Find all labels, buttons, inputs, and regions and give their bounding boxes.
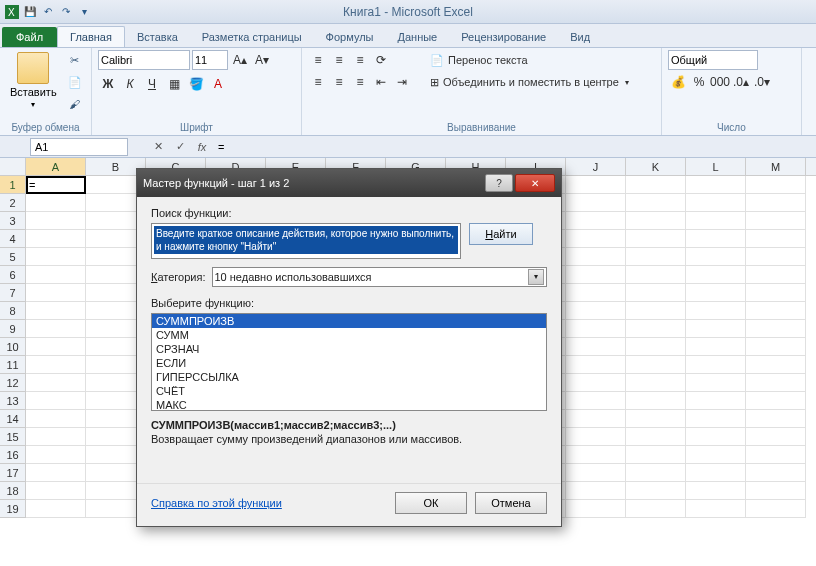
function-list-item[interactable]: СРЗНАЧ — [152, 342, 546, 356]
cell[interactable] — [686, 248, 746, 266]
row-header[interactable]: 2 — [0, 194, 25, 212]
cell[interactable] — [626, 302, 686, 320]
category-select[interactable]: 10 недавно использовавшихся ▾ — [212, 267, 548, 287]
cell[interactable] — [686, 392, 746, 410]
column-header[interactable]: A — [26, 158, 86, 175]
percent-icon[interactable]: % — [689, 72, 709, 92]
cell[interactable] — [686, 320, 746, 338]
cell[interactable] — [746, 392, 806, 410]
underline-button[interactable]: Ч — [142, 74, 162, 94]
cell[interactable] — [566, 212, 626, 230]
dialog-titlebar[interactable]: Мастер функций - шаг 1 из 2 ? ✕ — [137, 169, 561, 197]
cell[interactable] — [746, 284, 806, 302]
cell[interactable] — [746, 446, 806, 464]
cell[interactable] — [26, 266, 86, 284]
formula-input[interactable] — [212, 138, 816, 156]
cell[interactable] — [746, 212, 806, 230]
cell[interactable] — [26, 230, 86, 248]
cell[interactable] — [626, 266, 686, 284]
function-help-link[interactable]: Справка по этой функции — [151, 497, 282, 509]
cell[interactable] — [746, 428, 806, 446]
cell[interactable] — [686, 284, 746, 302]
cell[interactable] — [566, 428, 626, 446]
cell[interactable] — [686, 410, 746, 428]
cell[interactable] — [746, 302, 806, 320]
row-header[interactable]: 12 — [0, 374, 25, 392]
row-header[interactable]: 13 — [0, 392, 25, 410]
tab-review[interactable]: Рецензирование — [449, 27, 558, 47]
cell[interactable] — [26, 194, 86, 212]
cell[interactable] — [26, 464, 86, 482]
cell[interactable] — [626, 230, 686, 248]
row-header[interactable]: 19 — [0, 500, 25, 518]
number-format-select[interactable] — [668, 50, 758, 70]
cell[interactable] — [746, 230, 806, 248]
row-header[interactable]: 9 — [0, 320, 25, 338]
cell[interactable] — [626, 392, 686, 410]
insert-function-icon[interactable]: fx — [192, 138, 212, 156]
function-list-item[interactable]: МАКС — [152, 398, 546, 411]
row-header[interactable]: 4 — [0, 230, 25, 248]
cell[interactable] — [566, 446, 626, 464]
tab-insert[interactable]: Вставка — [125, 27, 190, 47]
cell[interactable] — [566, 374, 626, 392]
cell[interactable] — [626, 410, 686, 428]
cell[interactable] — [26, 428, 86, 446]
row-header[interactable]: 6 — [0, 266, 25, 284]
cell[interactable] — [26, 410, 86, 428]
row-header[interactable]: 11 — [0, 356, 25, 374]
cell[interactable] — [566, 248, 626, 266]
function-list-item[interactable]: ЕСЛИ — [152, 356, 546, 370]
cell[interactable] — [626, 320, 686, 338]
column-header[interactable]: K — [626, 158, 686, 175]
cell[interactable] — [626, 176, 686, 194]
wrap-text-button[interactable]: 📄Перенос текста — [424, 50, 635, 70]
cell[interactable] — [626, 482, 686, 500]
cell[interactable] — [746, 374, 806, 392]
cell[interactable] — [626, 500, 686, 518]
row-header[interactable]: 8 — [0, 302, 25, 320]
align-bottom-icon[interactable]: ≡ — [350, 50, 370, 70]
decrease-decimal-icon[interactable]: .0▾ — [752, 72, 772, 92]
comma-icon[interactable]: 000 — [710, 72, 730, 92]
cell[interactable] — [566, 284, 626, 302]
save-icon[interactable]: 💾 — [22, 4, 38, 20]
row-header[interactable]: 5 — [0, 248, 25, 266]
cell[interactable] — [686, 338, 746, 356]
format-painter-icon[interactable]: 🖌 — [65, 94, 85, 114]
increase-font-icon[interactable]: A▴ — [230, 50, 250, 70]
cell[interactable] — [26, 446, 86, 464]
select-all-corner[interactable] — [0, 158, 26, 176]
cell[interactable] — [626, 356, 686, 374]
cell[interactable] — [626, 194, 686, 212]
cell[interactable] — [686, 230, 746, 248]
cell[interactable] — [566, 410, 626, 428]
row-header[interactable]: 1 — [0, 176, 25, 194]
currency-icon[interactable]: 💰 — [668, 72, 688, 92]
cell[interactable] — [626, 248, 686, 266]
column-header[interactable]: L — [686, 158, 746, 175]
cell[interactable]: = — [26, 176, 86, 194]
cell[interactable] — [686, 176, 746, 194]
cell[interactable] — [566, 482, 626, 500]
font-name-select[interactable] — [98, 50, 190, 70]
merge-center-button[interactable]: ⊞Объединить и поместить в центре▾ — [424, 72, 635, 92]
cell[interactable] — [566, 464, 626, 482]
border-icon[interactable]: ▦ — [164, 74, 184, 94]
cell[interactable] — [566, 266, 626, 284]
align-top-icon[interactable]: ≡ — [308, 50, 328, 70]
italic-button[interactable]: К — [120, 74, 140, 94]
cell[interactable] — [26, 482, 86, 500]
cell[interactable] — [686, 482, 746, 500]
cell[interactable] — [746, 194, 806, 212]
increase-indent-icon[interactable]: ⇥ — [392, 72, 412, 92]
column-header[interactable]: J — [566, 158, 626, 175]
fill-color-icon[interactable]: 🪣 — [186, 74, 206, 94]
redo-icon[interactable]: ↷ — [58, 4, 74, 20]
cell[interactable] — [26, 212, 86, 230]
cell[interactable] — [566, 230, 626, 248]
decrease-font-icon[interactable]: A▾ — [252, 50, 272, 70]
cell[interactable] — [26, 338, 86, 356]
cell[interactable] — [746, 320, 806, 338]
row-header[interactable]: 10 — [0, 338, 25, 356]
